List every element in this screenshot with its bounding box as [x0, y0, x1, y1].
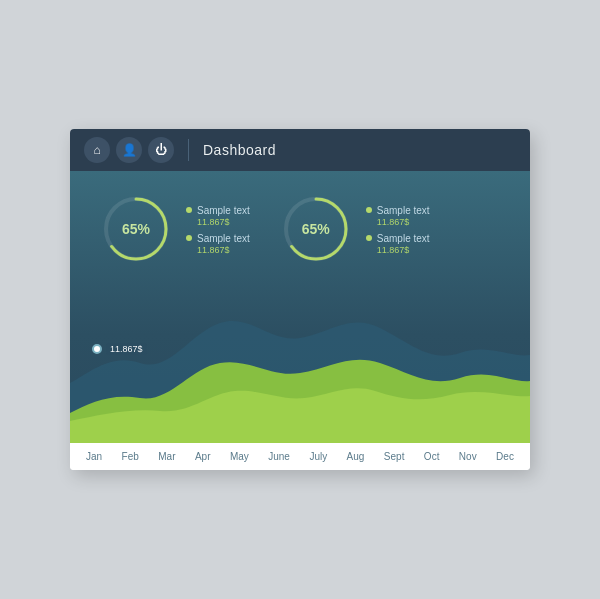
legend-value: 11.867$	[377, 245, 430, 255]
legend-text: Sample text	[197, 204, 250, 217]
stat-block-2: 65% Sample text 11.867$ Sample text	[280, 193, 430, 265]
month-july: July	[309, 451, 327, 462]
legend-dot	[186, 207, 192, 213]
legend-dot	[366, 207, 372, 213]
circle-progress-1: 65%	[100, 193, 172, 265]
header-divider	[188, 139, 189, 161]
legend-item-2-2: Sample text 11.867$	[366, 232, 430, 255]
legend-text: Sample text	[377, 232, 430, 245]
dashboard-card: ⌂ 👤 ⏻ Dashboard 65%	[70, 129, 530, 470]
month-dec: Dec	[496, 451, 514, 462]
legend-dot	[366, 235, 372, 241]
header: ⌂ 👤 ⏻ Dashboard	[70, 129, 530, 171]
month-may: May	[230, 451, 249, 462]
marker-dot	[92, 344, 102, 354]
legend-item-1-2: Sample text 11.867$	[186, 232, 250, 255]
power-icon[interactable]: ⏻	[148, 137, 174, 163]
month-june: June	[268, 451, 290, 462]
circle-label-2: 65%	[302, 221, 330, 237]
stat-legend-2: Sample text 11.867$ Sample text 11.867$	[366, 204, 430, 255]
month-aug: Aug	[347, 451, 365, 462]
header-icons: ⌂ 👤 ⏻	[84, 137, 174, 163]
marker-label: 11.867$	[106, 343, 147, 355]
user-icon[interactable]: 👤	[116, 137, 142, 163]
month-feb: Feb	[122, 451, 139, 462]
month-mar: Mar	[158, 451, 175, 462]
home-icon[interactable]: ⌂	[84, 137, 110, 163]
stats-row: 65% Sample text 11.867$ Sample text	[100, 193, 500, 265]
page-title: Dashboard	[203, 142, 276, 158]
legend-value: 11.867$	[197, 217, 250, 227]
stat-block-1: 65% Sample text 11.867$ Sample text	[100, 193, 250, 265]
chart-area: 11.867$	[70, 283, 530, 443]
stat-legend-1: Sample text 11.867$ Sample text 11.867$	[186, 204, 250, 255]
legend-text: Sample text	[377, 204, 430, 217]
legend-item-2-1: Sample text 11.867$	[366, 204, 430, 227]
legend-value: 11.867$	[197, 245, 250, 255]
circle-progress-2: 65%	[280, 193, 352, 265]
legend-value: 11.867$	[377, 217, 430, 227]
month-jan: Jan	[86, 451, 102, 462]
month-nov: Nov	[459, 451, 477, 462]
month-sept: Sept	[384, 451, 405, 462]
main-content: 65% Sample text 11.867$ Sample text	[70, 171, 530, 443]
x-axis: Jan Feb Mar Apr May June July Aug Sept O…	[70, 443, 530, 470]
legend-dot	[186, 235, 192, 241]
chart-data-marker: 11.867$	[92, 343, 147, 355]
legend-text: Sample text	[197, 232, 250, 245]
month-oct: Oct	[424, 451, 440, 462]
circle-label-1: 65%	[122, 221, 150, 237]
legend-item-1-1: Sample text 11.867$	[186, 204, 250, 227]
month-apr: Apr	[195, 451, 211, 462]
